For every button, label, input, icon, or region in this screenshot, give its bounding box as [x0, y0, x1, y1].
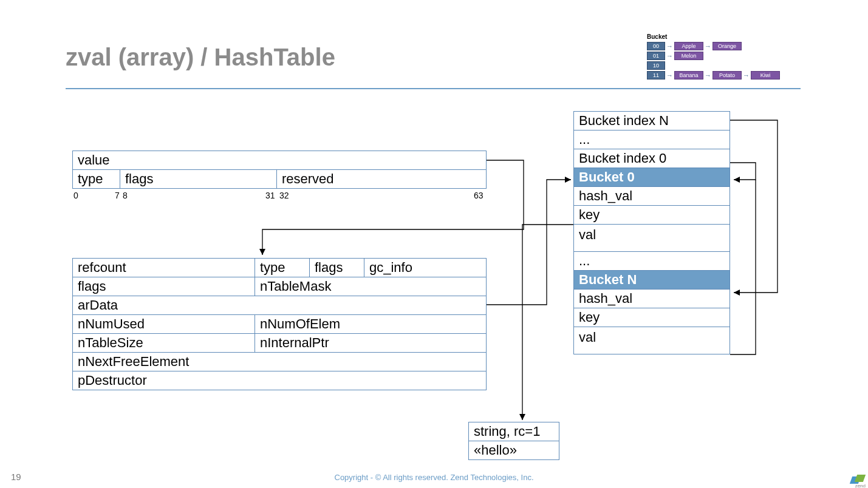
mini-bucket-illustration: Bucket 00→Apple→Orange01→Melon1011→Banan… — [647, 33, 780, 80]
mini-item: Banana — [674, 71, 703, 80]
bucket-idx-dots: ... — [574, 130, 730, 149]
mini-row: 10 — [647, 61, 780, 70]
arrow-icon: → — [666, 52, 673, 60]
string-meta: string, rc=1 — [469, 422, 559, 441]
bit-0: 0 — [73, 191, 78, 200]
bucket-idx-n: Bucket index N — [574, 112, 730, 130]
bit-32: 32 — [279, 191, 289, 200]
bucket0-hash: hash_val — [574, 187, 730, 206]
mini-slot: 11 — [647, 71, 665, 80]
ht-pdestructor: pDestructor — [73, 371, 487, 390]
ht-gcinfo: gc_info — [364, 259, 487, 277]
slide-title: zval (array) / HashTable — [66, 44, 335, 71]
ht-type: type — [255, 259, 310, 277]
mini-slot: 10 — [647, 61, 665, 70]
bucket0-key: key — [574, 206, 730, 225]
string-val: «hello» — [469, 441, 559, 460]
mini-item: Apple — [674, 42, 703, 50]
mini-item: Kiwi — [751, 71, 780, 80]
mini-item: Melon — [674, 52, 703, 60]
zval-table: value type flags reserved — [72, 151, 487, 189]
bucketn-key: key — [574, 308, 730, 327]
zend-logo-text: zend — [855, 483, 866, 488]
bucket-table: Bucket index N ... Bucket index 0 Bucket… — [573, 111, 730, 354]
ht-flags2: flags — [73, 277, 255, 296]
bucketn-hash: hash_val — [574, 290, 730, 308]
bit-31: 31 — [265, 191, 275, 200]
copyright-footer: Copyright - © All rights reserved. Zend … — [0, 473, 868, 482]
mini-row: 01→Melon — [647, 51, 780, 60]
arrow-icon: → — [705, 42, 711, 50]
bit-63: 63 — [474, 191, 484, 200]
mini-row: 11→Banana→Potato→Kiwi — [647, 70, 780, 80]
mini-header: Bucket — [647, 33, 780, 40]
mini-slot: 00 — [647, 42, 665, 50]
ht-flags: flags — [310, 259, 364, 277]
string-box: string, rc=1 «hello» — [468, 422, 559, 460]
mini-slot: 01 — [647, 52, 665, 60]
arrow-icon: → — [666, 71, 673, 80]
ht-nnumofelem: nNumOfElem — [255, 315, 487, 334]
bit-7: 7 — [115, 191, 120, 200]
bucket-0: Bucket 0 — [574, 168, 730, 187]
arrow-icon: → — [743, 71, 750, 80]
ht-ardata: arData — [73, 296, 487, 315]
ht-ninternalptr: nInternalPtr — [255, 334, 487, 353]
mini-item: Potato — [713, 71, 742, 80]
bucket-n: Bucket N — [574, 271, 730, 290]
zval-value: value — [73, 151, 487, 170]
bucketn-val: val — [574, 327, 730, 354]
bucket0-val: val — [574, 225, 730, 252]
bit-8: 8 — [123, 191, 128, 200]
arrow-icon: → — [666, 42, 673, 50]
ht-refcount: refcount — [73, 259, 255, 277]
arrow-icon: → — [705, 71, 711, 80]
ht-nnextfree: nNextFreeElement — [73, 353, 487, 371]
zval-reserved: reserved — [277, 170, 487, 189]
ht-ntablesize: nTableSize — [73, 334, 255, 353]
mini-row: 00→Apple→Orange — [647, 41, 780, 50]
bucket-idx-0: Bucket index 0 — [574, 149, 730, 168]
mini-item: Orange — [713, 42, 742, 50]
ht-nnumused: nNumUsed — [73, 315, 255, 334]
ht-ntablemask: nTableMask — [255, 277, 487, 296]
zval-type: type — [73, 170, 120, 189]
bucket-dots: ... — [574, 252, 730, 271]
zval-flags: flags — [120, 170, 277, 189]
hashtable-table: refcount type flags gc_info flags nTable… — [72, 258, 487, 390]
title-divider — [66, 88, 801, 89]
